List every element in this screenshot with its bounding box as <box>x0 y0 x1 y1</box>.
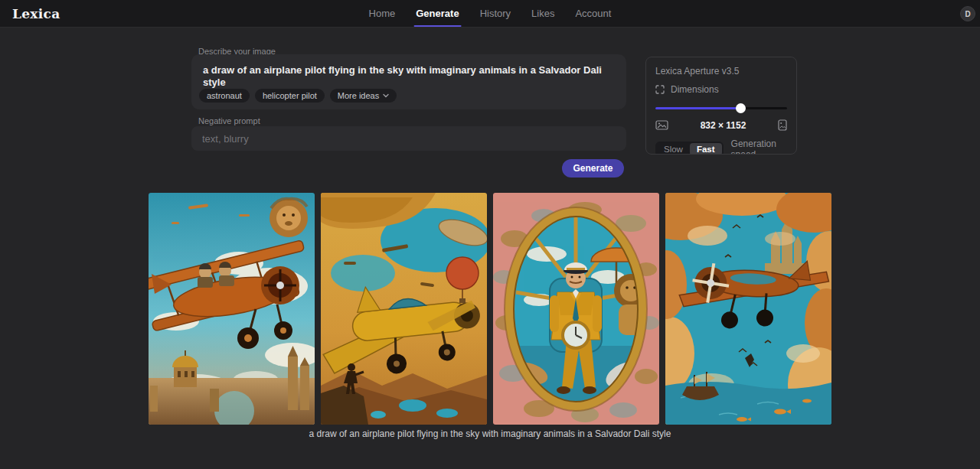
nav-item-generate[interactable]: Generate <box>416 0 459 27</box>
suggestion-chip-helicopter-pilot[interactable]: helicopter pilot <box>255 89 325 103</box>
prompt-input[interactable]: a draw of an airplane pilot flying in th… <box>191 54 626 109</box>
slider-fill <box>655 107 741 109</box>
settings-panel: Lexica Aperture v3.5 Dimensions 832 × 11… <box>645 57 797 155</box>
negative-prompt-input[interactable] <box>191 126 626 151</box>
model-name: Lexica Aperture v3.5 <box>655 66 787 77</box>
results-grid <box>0 193 980 425</box>
size-row: 832 × 1152 <box>655 119 787 131</box>
generated-image-2-art <box>321 193 487 425</box>
lion-in-clouds <box>270 199 308 237</box>
speed-row: Slow Fast Generation speed <box>655 138 787 155</box>
speed-toggle: Slow Fast <box>655 142 724 155</box>
slider-thumb[interactable] <box>736 103 746 113</box>
speed-option-fast[interactable]: Fast <box>690 143 722 155</box>
generate-button[interactable]: Generate <box>562 159 624 178</box>
avatar[interactable]: D <box>960 6 975 21</box>
more-ideas-chip[interactable]: More ideas <box>330 89 397 103</box>
negative-prompt-label: Negative prompt <box>198 116 260 125</box>
nav-item-likes[interactable]: Likes <box>531 0 554 27</box>
generated-image-3-art <box>493 193 659 425</box>
nav-item-home[interactable]: Home <box>369 0 396 27</box>
lexica-logo[interactable]: Lexica <box>12 6 60 21</box>
dimensions-row: Dimensions <box>655 84 787 95</box>
nav-item-history[interactable]: History <box>480 0 511 27</box>
generated-image-2[interactable] <box>321 193 487 425</box>
dimensions-label: Dimensions <box>671 84 719 95</box>
portrait-image-icon <box>778 119 787 131</box>
generated-image-4[interactable] <box>665 193 831 425</box>
nav-item-account[interactable]: Account <box>575 0 611 27</box>
generation-speed-label: Generation speed <box>731 138 787 155</box>
prompt-text: a draw of an airplane pilot flying in th… <box>203 64 615 89</box>
speed-option-slow[interactable]: Slow <box>657 143 690 155</box>
generated-image-3[interactable] <box>493 193 659 425</box>
generated-image-1[interactable] <box>149 193 315 425</box>
dimensions-slider[interactable] <box>655 103 787 113</box>
crop-icon <box>655 85 665 94</box>
chevron-down-icon <box>383 93 389 98</box>
generated-image-4-art <box>665 193 831 425</box>
top-navbar: Lexica Home Generate History Likes Accou… <box>0 0 980 28</box>
landscape-image-icon <box>655 120 668 130</box>
dimensions-value: 832 × 1152 <box>701 120 746 131</box>
suggestion-chips: astronaut helicopter pilot More ideas <box>199 89 397 103</box>
main-nav: Home Generate History Likes Account <box>369 0 612 27</box>
result-caption: a draw of an airplane pilot flying in th… <box>0 428 980 439</box>
generated-image-1-art <box>149 193 315 425</box>
suggestion-chip-astronaut[interactable]: astronaut <box>199 89 250 103</box>
more-ideas-label: More ideas <box>338 91 379 100</box>
